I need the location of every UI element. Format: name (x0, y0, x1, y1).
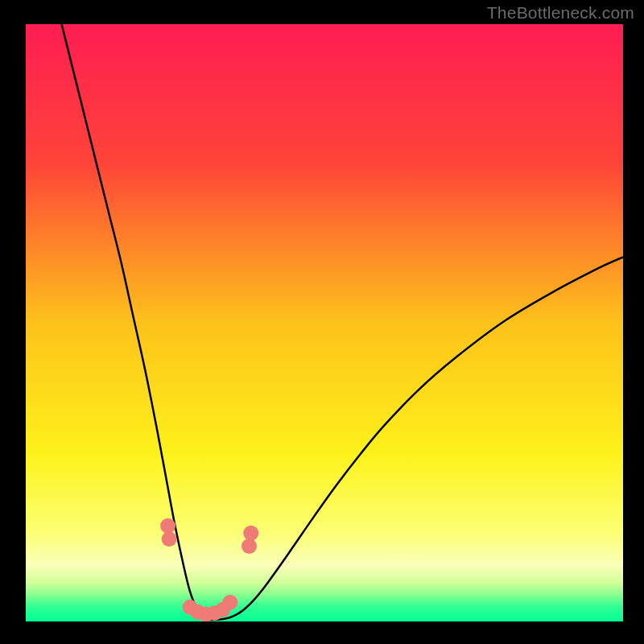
data-marker (160, 518, 175, 534)
bottleneck-chart (0, 0, 644, 644)
watermark-text: TheBottleneck.com (487, 3, 634, 23)
data-marker (243, 526, 258, 541)
plot-background (26, 24, 623, 621)
data-marker (242, 539, 257, 554)
data-marker (162, 531, 177, 547)
data-marker (222, 595, 237, 610)
chart-stage: TheBottleneck.com (0, 0, 644, 644)
